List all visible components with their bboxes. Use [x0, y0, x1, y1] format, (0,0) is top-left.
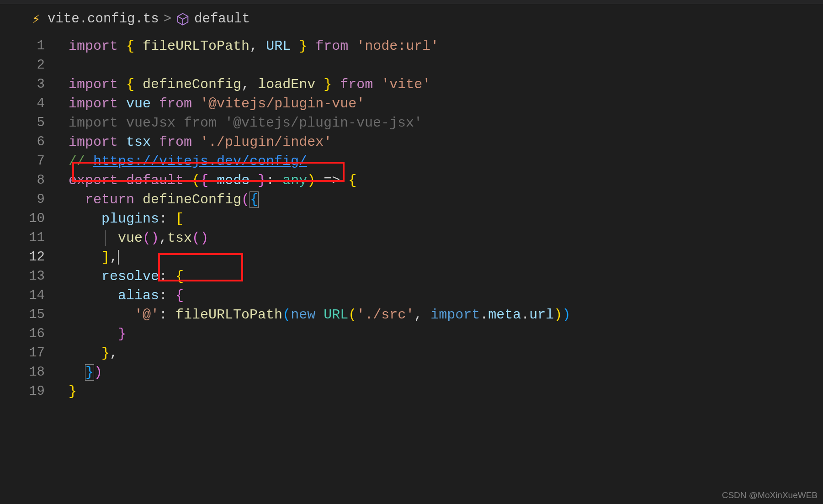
- code-area[interactable]: 1 import { fileURLToPath, URL } from 'no…: [0, 37, 823, 401]
- brace: }: [118, 326, 126, 342]
- property: url: [529, 307, 554, 323]
- paren: ): [94, 365, 102, 380]
- code-line[interactable]: 15 '@': fileURLToPath(new URL('./src', i…: [0, 305, 823, 324]
- keyword: from: [340, 77, 373, 92]
- code-line[interactable]: 16 }: [0, 324, 823, 344]
- colon: :: [266, 173, 274, 188]
- string: '@': [134, 307, 159, 323]
- code-line[interactable]: 5 import vueJsx from '@vitejs/plugin-vue…: [0, 113, 823, 133]
- paren: ): [151, 230, 159, 246]
- line-number: 8: [0, 171, 69, 190]
- line-number: 1: [0, 37, 69, 56]
- code-line[interactable]: 13 resolve: {: [0, 267, 823, 286]
- code-line[interactable]: 11 │ vue(),tsx(): [0, 228, 823, 248]
- brace: {: [126, 38, 134, 54]
- line-number: 10: [0, 209, 69, 228]
- identifier: vue: [126, 96, 151, 111]
- function-call: tsx: [167, 230, 192, 246]
- line-number: 6: [0, 133, 69, 152]
- line-number: 13: [0, 267, 69, 286]
- brace: }: [299, 38, 307, 54]
- line-number: 2: [0, 56, 69, 75]
- url-link[interactable]: https://vitejs.dev/config/: [93, 154, 307, 169]
- code-line[interactable]: 2: [0, 56, 823, 75]
- dot: .: [480, 307, 488, 323]
- line-number: 12: [0, 248, 69, 267]
- colon: :: [159, 307, 167, 323]
- function-call: defineConfig: [143, 192, 241, 207]
- code-line[interactable]: 10 plugins: [: [0, 209, 823, 228]
- line-number: 15: [0, 305, 69, 324]
- comma: ,: [110, 249, 118, 265]
- brace: }: [101, 345, 110, 361]
- breadcrumb-symbol[interactable]: default: [194, 11, 250, 27]
- lightning-icon: ⚡: [32, 11, 40, 27]
- brace: {: [348, 173, 356, 188]
- code-line[interactable]: 1 import { fileURLToPath, URL } from 'no…: [0, 37, 823, 56]
- arrow: =>: [324, 173, 340, 188]
- brace: }: [69, 384, 77, 399]
- line-number: 9: [0, 190, 69, 209]
- code-line[interactable]: 19 }: [0, 382, 823, 401]
- code-line[interactable]: 9 return defineConfig({: [0, 190, 823, 209]
- paren: ): [554, 307, 562, 323]
- string: './src': [356, 307, 414, 323]
- paren: (: [241, 192, 250, 207]
- brace: }: [258, 173, 266, 188]
- code-line[interactable]: 6 import tsx from './plugin/index': [0, 133, 823, 152]
- line-number: 11: [0, 228, 69, 248]
- property: alias: [118, 288, 159, 303]
- code-line[interactable]: 12 ],: [0, 248, 823, 267]
- keyword: return: [85, 192, 134, 207]
- code-line[interactable]: 4 import vue from '@vitejs/plugin-vue': [0, 94, 823, 113]
- breadcrumb-file[interactable]: vite.config.ts: [48, 11, 159, 27]
- brace: {: [175, 288, 184, 303]
- tab-bar[interactable]: [0, 0, 823, 4]
- comment: //: [69, 154, 93, 169]
- keyword: default: [126, 173, 184, 188]
- comma: ,: [159, 230, 167, 246]
- colon: :: [159, 288, 167, 303]
- code-line[interactable]: 3 import { defineConfig, loadEnv } from …: [0, 75, 823, 94]
- dimmed-import: import vueJsx from '@vitejs/plugin-vue-j…: [69, 115, 422, 131]
- code-line[interactable]: 8 export default ({ mode }: any) => {: [0, 171, 823, 190]
- property: meta: [488, 307, 521, 323]
- line-number: 16: [0, 324, 69, 344]
- line-number: 3: [0, 75, 69, 94]
- paren: (: [192, 173, 200, 188]
- keyword: import: [69, 77, 118, 92]
- colon: :: [159, 211, 167, 227]
- function-call: vue: [118, 230, 143, 246]
- dot: .: [521, 307, 529, 323]
- line-number: 19: [0, 382, 69, 401]
- paren: (: [282, 307, 291, 323]
- code-line[interactable]: 17 },: [0, 344, 823, 363]
- breadcrumb-separator: >: [164, 11, 171, 27]
- string: 'node:url': [356, 38, 439, 54]
- code-line[interactable]: 7 // https://vitejs.dev/config/: [0, 152, 823, 171]
- paren: ): [307, 173, 315, 188]
- breadcrumb[interactable]: ⚡ vite.config.ts > default: [0, 4, 823, 37]
- identifier: tsx: [126, 134, 151, 150]
- function-call: fileURLToPath: [175, 307, 282, 323]
- keyword: import: [69, 96, 118, 111]
- colon: :: [159, 269, 167, 284]
- symbol-icon: [176, 12, 190, 26]
- paren: (: [348, 307, 356, 323]
- code-line[interactable]: 18 }): [0, 363, 823, 382]
- brace: {: [126, 77, 134, 92]
- identifier: fileURLToPath: [143, 38, 250, 54]
- keyword: import: [69, 38, 118, 54]
- keyword: import: [430, 307, 480, 323]
- line-number: 18: [0, 363, 69, 382]
- code-line[interactable]: 14 alias: {: [0, 286, 823, 305]
- brace: }: [85, 364, 94, 381]
- code-editor: ⚡ vite.config.ts > default 1 import { fi…: [0, 0, 823, 504]
- brace: {: [250, 191, 259, 208]
- paren: (: [143, 230, 151, 246]
- identifier: URL: [266, 38, 291, 54]
- property: plugins: [101, 211, 159, 227]
- class: URL: [324, 307, 348, 323]
- comma: ,: [250, 38, 258, 54]
- comma: ,: [110, 345, 118, 361]
